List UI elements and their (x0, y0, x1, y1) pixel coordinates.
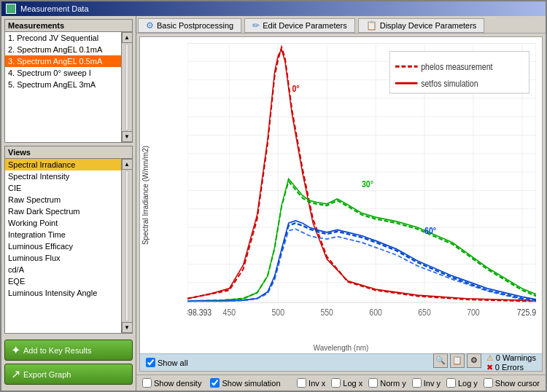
log-x-checkbox[interactable] (331, 378, 341, 388)
measurement-item-1[interactable]: 1. Precond JV Sequential (5, 32, 121, 44)
views-list: Spectral Irradiance Spectral Intensity C… (5, 159, 121, 333)
view-item-cd-a[interactable]: cd/A (5, 264, 121, 275)
svg-text:500: 500 (272, 307, 285, 317)
show-density-label[interactable]: Show density (142, 378, 201, 388)
chart-container: Spectral Irradiance (W/nm/m2) (140, 37, 542, 353)
main-window: Measurement Data Measurements 1. Precond… (0, 0, 547, 392)
measurements-scroll-down[interactable]: ▼ (122, 131, 133, 142)
norm-y-checkbox[interactable] (368, 378, 378, 388)
chart-svg: 7 6.5 6 5.5 5 4.5 4 3.5 3 2.5 2 1.5 1 0.… (187, 43, 536, 328)
view-item-raw-spectrum[interactable]: Raw Spectrum (5, 194, 121, 205)
show-all-checkbox-label[interactable]: Show all (146, 358, 188, 367)
norm-y-label[interactable]: Norm y (368, 378, 406, 388)
tab-edit-device-parameters[interactable]: ✏ Edit Device Parameters (244, 18, 355, 33)
export-icon: ↗ (11, 367, 20, 381)
view-item-integration-time[interactable]: Integration Time (5, 229, 121, 240)
log-y-checkbox[interactable] (446, 378, 456, 388)
svg-text:30°: 30° (362, 179, 373, 189)
view-item-luminous-intensity-angle[interactable]: Luminous Intensity Angle (5, 287, 121, 299)
title-bar: Measurement Data (1, 1, 546, 16)
show-cursor-checkbox[interactable] (484, 378, 493, 388)
svg-text:setfos simulation: setfos simulation (421, 78, 478, 88)
show-simulation-label[interactable]: Show simulation (210, 378, 280, 388)
x-axis-label: Wavelength (nm) (314, 344, 369, 352)
svg-text:398.393: 398.393 (187, 307, 212, 317)
measurements-header: Measurements (5, 20, 132, 32)
views-scroll-up[interactable]: ▲ (122, 159, 133, 170)
inv-y-checkbox[interactable] (412, 378, 422, 388)
show-all-checkbox[interactable] (146, 358, 155, 367)
measurement-item-3[interactable]: 3. Spectrum AngEL 0.5mA (5, 55, 121, 67)
view-item-eqe[interactable]: EQE (5, 275, 121, 287)
copy-button[interactable]: 📋 (450, 353, 465, 368)
export-graph-button[interactable]: ↗ Export Graph (4, 364, 133, 385)
views-scroll-down[interactable]: ▼ (122, 322, 133, 333)
inv-x-label[interactable]: Inv x (297, 378, 325, 388)
views-section: Views Spectral Irradiance Spectral Inten… (4, 146, 133, 334)
measurement-item-5[interactable]: 5. Spectrum AngEL 3mA (5, 79, 121, 90)
view-item-luminous-efficacy[interactable]: Luminous Efficacy (5, 240, 121, 252)
measurements-section: Measurements 1. Precond JV Sequential 2.… (4, 19, 133, 143)
warning-icon: ⚠ (486, 353, 494, 363)
tab-display-device-parameters[interactable]: 📋 Display Device Parameters (358, 18, 485, 33)
log-x-label[interactable]: Log x (331, 378, 362, 388)
measurement-item-2[interactable]: 2. Spectrum AngEL 0.1mA (5, 44, 121, 55)
bottom-buttons: ✦ Add to Key Results ↗ Export Graph (4, 337, 133, 388)
window-title: Measurement Data (20, 4, 89, 13)
zoom-button[interactable]: 🔍 (433, 353, 448, 368)
y-axis-label: Spectral Irradiance (W/nm/m2) (141, 146, 150, 245)
top-toolbar: ⚙ Basic Postprocessing ✏ Edit Device Par… (136, 16, 546, 34)
view-item-luminous-flux[interactable]: Luminous Flux (5, 252, 121, 264)
tab-basic-postprocessing[interactable]: ⚙ Basic Postprocessing (138, 18, 241, 33)
svg-text:600: 600 (369, 307, 382, 317)
view-item-working-point[interactable]: Working Point (5, 217, 121, 229)
view-item-raw-dark-spectrum[interactable]: Raw Dark Spectrum (5, 205, 121, 217)
measurements-scroll-up[interactable]: ▲ (122, 32, 133, 43)
settings-button[interactable]: ⚙ (467, 353, 481, 368)
add-to-key-results-button[interactable]: ✦ Add to Key Results (4, 340, 133, 361)
chart-area: Spectral Irradiance (W/nm/m2) (139, 36, 543, 372)
right-panel: ⚙ Basic Postprocessing ✏ Edit Device Par… (136, 16, 546, 391)
show-density-checkbox[interactable] (142, 378, 152, 388)
show-cursor-label[interactable]: Show cursor (484, 378, 540, 388)
left-panel: Measurements 1. Precond JV Sequential 2.… (1, 16, 136, 391)
svg-text:550: 550 (320, 307, 333, 317)
error-icon: ✖ (486, 363, 493, 372)
display-device-icon: 📋 (366, 20, 377, 31)
basic-postprocessing-icon: ⚙ (146, 20, 154, 31)
edit-device-icon: ✏ (252, 20, 260, 31)
view-item-spectral-intensity[interactable]: Spectral Intensity (5, 170, 121, 182)
chart-footer: Show density Show simulation Inv x Log x (136, 375, 546, 391)
svg-text:650: 650 (418, 307, 431, 317)
svg-text:60°: 60° (424, 225, 436, 235)
add-icon: ✦ (11, 343, 20, 357)
measurement-item-4[interactable]: 4. Spectrum 0° sweep I (5, 67, 121, 79)
views-header: Views (5, 146, 132, 159)
svg-text:450: 450 (223, 307, 236, 317)
errors-status: ✖ 0 Errors (486, 363, 536, 372)
warnings-status: ⚠ 0 Warnings (486, 353, 536, 363)
view-item-cie[interactable]: CIE (5, 182, 121, 194)
footer-left: Show density Show simulation (142, 378, 281, 388)
show-simulation-checkbox[interactable] (210, 378, 220, 388)
view-item-spectral-irradiance[interactable]: Spectral Irradiance (5, 159, 121, 170)
log-y-label[interactable]: Log y (446, 378, 478, 388)
svg-text:700: 700 (467, 307, 480, 317)
footer-right: Inv x Log x Norm y Inv y (297, 378, 540, 388)
inv-y-label[interactable]: Inv y (412, 378, 441, 388)
svg-text:phelos measurement: phelos measurement (421, 61, 493, 71)
svg-text:725.9: 725.9 (517, 307, 536, 317)
svg-text:0°: 0° (292, 83, 299, 93)
chart-bottom-bar: Show all 🔍 📋 ⚙ ⚠ 0 Warnings ✖ (140, 353, 542, 371)
measurements-list: 1. Precond JV Sequential 2. Spectrum Ang… (5, 32, 121, 142)
inv-x-checkbox[interactable] (297, 378, 306, 388)
window-icon (6, 4, 16, 14)
